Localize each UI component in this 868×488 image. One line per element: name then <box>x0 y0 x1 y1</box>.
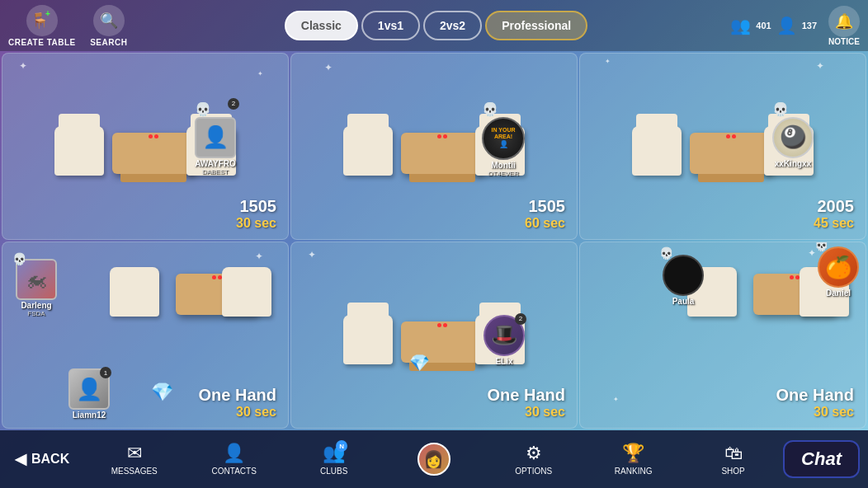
cell-score-2: 1505 <box>525 197 565 216</box>
cell-info-2: 1505 60 sec <box>525 197 565 231</box>
game-cell-1[interactable]: ✦ ✦ 💀 👤 2 AWAYFRO DABEST 1505 3 <box>2 53 289 240</box>
game-mode-tabs: Classic 1vs1 2vs2 Professional <box>142 11 731 40</box>
player-name-elix: ELix <box>495 357 512 366</box>
chair-center-4 <box>110 267 159 317</box>
skull-daniel: 💀 <box>814 242 828 251</box>
nav-clubs[interactable]: 👥 N CLUBS <box>305 443 363 476</box>
table-3 <box>690 133 772 174</box>
table-1 <box>112 133 195 174</box>
diamond-icon: 💎 <box>151 382 173 403</box>
in-area-badge: IN YOUR AREA! 👤 <box>482 117 525 160</box>
game-cell-6[interactable]: ✦ ✦ 💀 Paula 💀 🍊 Daniel <box>579 242 866 429</box>
tab-professional[interactable]: Professional <box>485 11 587 40</box>
options-icon: ⚙ <box>526 443 542 464</box>
notice-icon: 🔔 <box>828 6 860 37</box>
player-sub-montii: OT4EVER <box>488 170 518 177</box>
player-name-liamn12: Liamn12 <box>73 411 106 420</box>
chat-button[interactable]: Chat <box>783 440 860 478</box>
nav-options[interactable]: ⚙ OPTIONS <box>505 443 563 476</box>
cell-timer-6: 30 sec <box>776 405 854 420</box>
player-awayfro: 💀 👤 2 AWAYFRO DABEST <box>195 101 236 176</box>
chair-left-5 <box>343 315 393 364</box>
nav-messages[interactable]: ✉ MESSAGES <box>106 443 163 476</box>
cell-timer-3: 45 sec <box>814 216 854 231</box>
table-2 <box>401 133 484 174</box>
table-scene-3: 💀 🎱 xxKingxx <box>632 101 814 192</box>
right-icons: 👥 401 👤 137 🔔 NOTICE <box>730 6 860 46</box>
nav-contacts[interactable]: 👤 CONTACTS <box>205 443 263 476</box>
bottom-nav: ✉ MESSAGES 👤 CONTACTS 👥 N CLUBS 👩 ⚙ OPTI… <box>84 443 783 476</box>
search-button[interactable]: 🔍 SEARCH <box>84 5 134 47</box>
notice-button[interactable]: 🔔 NOTICE <box>828 6 860 46</box>
create-table-button[interactable]: 🪑+ CREATE TABLE <box>8 5 76 47</box>
game-cell-3[interactable]: ✦ ✦ 💀 🎱 xxKingxx 2005 45 sec <box>579 53 866 240</box>
tab-2vs2[interactable]: 2vs2 <box>423 11 482 40</box>
skull-darleng: 💀 <box>12 252 26 265</box>
cell-info-6: One Hand 30 sec <box>776 386 854 420</box>
nav-shop[interactable]: 🛍 SHOP <box>705 443 762 476</box>
friends-online-indicator: 👥 401 👤 137 <box>730 16 817 35</box>
game-cell-5[interactable]: ✦ 🎩 2 ELix 💎 One Hand 30 sec <box>290 242 578 429</box>
level-badge-1: 2 <box>228 98 239 110</box>
cell-info-4: One Hand 30 sec <box>199 386 276 420</box>
chair-left-1 <box>54 126 104 176</box>
nav-ranking[interactable]: 🏆 RANKING <box>605 443 663 476</box>
game-cell-4[interactable]: ✦ 💀 🏍 Darleng FSDA 👤 1 <box>2 242 289 429</box>
tab-1vs1[interactable]: 1vs1 <box>361 11 420 40</box>
game-cell-2[interactable]: ✦ ✦ 💀 IN YOUR AREA! 👤 Montii <box>290 53 578 240</box>
tab-classic[interactable]: Classic <box>285 11 358 40</box>
cell-timer-4: 30 sec <box>199 405 276 420</box>
skull-icon-1: 💀 <box>195 102 211 116</box>
bottom-bar: ◀ BACK ✉ MESSAGES 👤 CONTACTS 👥 N CLUBS 👩… <box>0 430 868 488</box>
player-darleng: 💀 🏍 Darleng FSDA <box>16 259 57 317</box>
player-sub-awayfro: DABEST <box>202 168 229 176</box>
cell-info-5: One Hand 30 sec <box>488 386 565 420</box>
avatar-paula <box>663 255 704 296</box>
chair-left-2 <box>343 126 393 176</box>
clubs-badge-container: 👥 N <box>323 443 345 464</box>
person-icon: 👤 <box>776 16 797 35</box>
back-button[interactable]: ◀ BACK <box>0 450 84 468</box>
messages-icon: ✉ <box>127 443 142 464</box>
cell-score-5: One Hand <box>488 386 565 405</box>
cell-score-1: 1505 <box>236 197 276 216</box>
diamond-icon-5: 💎 <box>409 353 430 373</box>
contacts-icon: 👤 <box>223 443 245 464</box>
table-scene-2: 💀 IN YOUR AREA! 👤 Montii OT4EVER <box>343 101 525 192</box>
player-name-daniel: Daniel <box>826 289 851 298</box>
chair-right-4 <box>222 267 271 317</box>
create-table-icon: 🪑+ <box>26 5 58 36</box>
cell-score-3: 2005 <box>814 197 854 216</box>
skull-icon-2: 💀 <box>482 102 498 116</box>
player-name-paula: Paula <box>672 297 695 306</box>
shop-icon: 🛍 <box>724 443 743 464</box>
player-name-darleng: Darleng <box>21 301 51 310</box>
clubs-badge: N <box>336 440 347 452</box>
top-bar: 🪑+ CREATE TABLE 🔍 SEARCH Classic 1vs1 2v… <box>0 0 868 51</box>
player-liamn12: 👤 1 Liamn12 <box>68 368 110 420</box>
cell-score-4: One Hand <box>199 386 276 405</box>
player-paula: 💀 Paula <box>663 255 704 306</box>
player-montii: 💀 IN YOUR AREA! 👤 Montii OT4EVER <box>482 101 525 177</box>
player-sub-darleng: FSDA <box>27 310 45 317</box>
skull-paula: 💀 <box>659 246 673 260</box>
cell-score-6: One Hand <box>776 386 854 405</box>
player-name-awayfro: AWAYFRO <box>195 159 236 168</box>
back-arrow-icon: ◀ <box>15 450 26 468</box>
player-avatar-nav: 👩 <box>417 443 451 476</box>
nav-player-avatar[interactable]: 👩 <box>405 443 463 476</box>
player-daniel: 💀 🍊 Daniel <box>818 246 859 298</box>
game-grid: ✦ ✦ 💀 👤 2 AWAYFRO DABEST 1505 3 <box>0 51 868 430</box>
cell-timer-5: 30 sec <box>488 405 565 420</box>
ranking-icon: 🏆 <box>622 443 644 464</box>
chair-left-3 <box>632 126 682 176</box>
cell-timer-1: 30 sec <box>236 216 276 231</box>
player-elix: 🎩 2 ELix <box>484 315 525 366</box>
table-scene-5: 🎩 2 ELix 💎 <box>343 290 525 381</box>
friends-icon: 👥 <box>730 16 751 35</box>
search-icon: 🔍 <box>93 5 125 36</box>
table-scene-1: 💀 👤 2 AWAYFRO DABEST <box>54 101 236 192</box>
cell-timer-2: 60 sec <box>525 216 565 231</box>
avatar-xxkingxx: 🎱 <box>772 117 814 158</box>
avatar-awayfro: 👤 <box>195 117 236 158</box>
